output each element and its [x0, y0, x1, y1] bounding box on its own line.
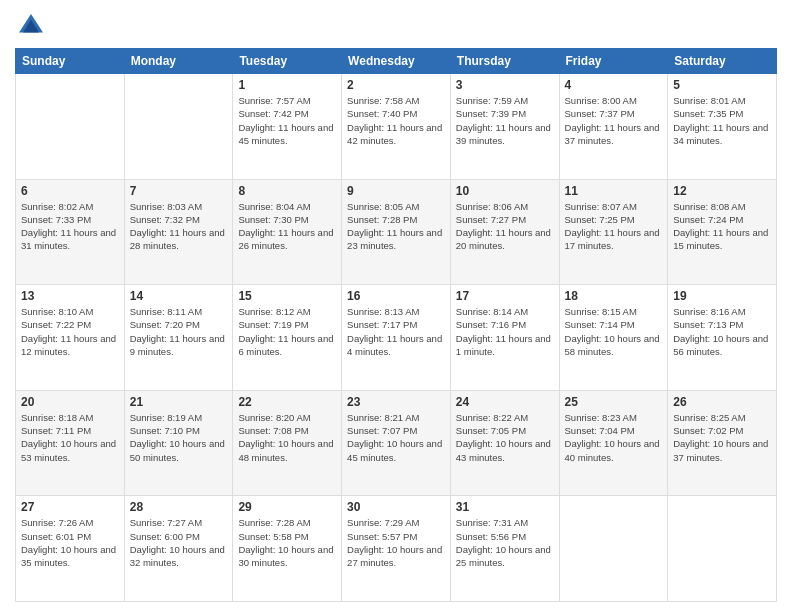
calendar-cell: 24Sunrise: 8:22 AM Sunset: 7:05 PM Dayli… [450, 390, 559, 496]
calendar-cell: 12Sunrise: 8:08 AM Sunset: 7:24 PM Dayli… [668, 179, 777, 285]
day-number: 16 [347, 289, 445, 303]
day-number: 1 [238, 78, 336, 92]
day-number: 10 [456, 184, 554, 198]
calendar-header-row: Sunday Monday Tuesday Wednesday Thursday… [16, 49, 777, 74]
day-number: 14 [130, 289, 228, 303]
day-number: 22 [238, 395, 336, 409]
calendar-cell: 14Sunrise: 8:11 AM Sunset: 7:20 PM Dayli… [124, 285, 233, 391]
calendar-cell: 28Sunrise: 7:27 AM Sunset: 6:00 PM Dayli… [124, 496, 233, 602]
calendar-cell: 11Sunrise: 8:07 AM Sunset: 7:25 PM Dayli… [559, 179, 668, 285]
day-number: 29 [238, 500, 336, 514]
calendar-table: Sunday Monday Tuesday Wednesday Thursday… [15, 48, 777, 602]
day-info: Sunrise: 8:10 AM Sunset: 7:22 PM Dayligh… [21, 305, 119, 358]
col-tuesday: Tuesday [233, 49, 342, 74]
day-info: Sunrise: 7:27 AM Sunset: 6:00 PM Dayligh… [130, 516, 228, 569]
calendar-cell: 13Sunrise: 8:10 AM Sunset: 7:22 PM Dayli… [16, 285, 125, 391]
day-info: Sunrise: 7:26 AM Sunset: 6:01 PM Dayligh… [21, 516, 119, 569]
calendar-cell: 29Sunrise: 7:28 AM Sunset: 5:58 PM Dayli… [233, 496, 342, 602]
calendar-cell: 16Sunrise: 8:13 AM Sunset: 7:17 PM Dayli… [342, 285, 451, 391]
day-info: Sunrise: 7:59 AM Sunset: 7:39 PM Dayligh… [456, 94, 554, 147]
day-number: 26 [673, 395, 771, 409]
day-number: 11 [565, 184, 663, 198]
day-info: Sunrise: 8:18 AM Sunset: 7:11 PM Dayligh… [21, 411, 119, 464]
day-info: Sunrise: 8:16 AM Sunset: 7:13 PM Dayligh… [673, 305, 771, 358]
day-number: 27 [21, 500, 119, 514]
day-number: 5 [673, 78, 771, 92]
day-info: Sunrise: 8:06 AM Sunset: 7:27 PM Dayligh… [456, 200, 554, 253]
calendar-cell [559, 496, 668, 602]
day-info: Sunrise: 7:28 AM Sunset: 5:58 PM Dayligh… [238, 516, 336, 569]
day-info: Sunrise: 8:15 AM Sunset: 7:14 PM Dayligh… [565, 305, 663, 358]
calendar-cell: 21Sunrise: 8:19 AM Sunset: 7:10 PM Dayli… [124, 390, 233, 496]
day-info: Sunrise: 8:07 AM Sunset: 7:25 PM Dayligh… [565, 200, 663, 253]
calendar-week-5: 27Sunrise: 7:26 AM Sunset: 6:01 PM Dayli… [16, 496, 777, 602]
calendar-cell: 9Sunrise: 8:05 AM Sunset: 7:28 PM Daylig… [342, 179, 451, 285]
col-wednesday: Wednesday [342, 49, 451, 74]
calendar-week-4: 20Sunrise: 8:18 AM Sunset: 7:11 PM Dayli… [16, 390, 777, 496]
col-thursday: Thursday [450, 49, 559, 74]
day-info: Sunrise: 8:00 AM Sunset: 7:37 PM Dayligh… [565, 94, 663, 147]
day-info: Sunrise: 7:57 AM Sunset: 7:42 PM Dayligh… [238, 94, 336, 147]
calendar-week-1: 1Sunrise: 7:57 AM Sunset: 7:42 PM Daylig… [16, 74, 777, 180]
calendar-cell: 7Sunrise: 8:03 AM Sunset: 7:32 PM Daylig… [124, 179, 233, 285]
day-number: 13 [21, 289, 119, 303]
day-number: 23 [347, 395, 445, 409]
calendar-cell: 18Sunrise: 8:15 AM Sunset: 7:14 PM Dayli… [559, 285, 668, 391]
logo-icon [15, 10, 47, 42]
day-info: Sunrise: 8:01 AM Sunset: 7:35 PM Dayligh… [673, 94, 771, 147]
day-number: 15 [238, 289, 336, 303]
day-number: 3 [456, 78, 554, 92]
calendar-week-2: 6Sunrise: 8:02 AM Sunset: 7:33 PM Daylig… [16, 179, 777, 285]
day-number: 25 [565, 395, 663, 409]
day-number: 17 [456, 289, 554, 303]
day-number: 18 [565, 289, 663, 303]
calendar-cell [16, 74, 125, 180]
day-info: Sunrise: 8:04 AM Sunset: 7:30 PM Dayligh… [238, 200, 336, 253]
day-number: 28 [130, 500, 228, 514]
day-info: Sunrise: 8:20 AM Sunset: 7:08 PM Dayligh… [238, 411, 336, 464]
day-number: 21 [130, 395, 228, 409]
day-number: 6 [21, 184, 119, 198]
calendar-cell: 23Sunrise: 8:21 AM Sunset: 7:07 PM Dayli… [342, 390, 451, 496]
day-number: 30 [347, 500, 445, 514]
calendar-cell: 19Sunrise: 8:16 AM Sunset: 7:13 PM Dayli… [668, 285, 777, 391]
day-number: 2 [347, 78, 445, 92]
calendar-cell: 3Sunrise: 7:59 AM Sunset: 7:39 PM Daylig… [450, 74, 559, 180]
calendar-cell: 8Sunrise: 8:04 AM Sunset: 7:30 PM Daylig… [233, 179, 342, 285]
calendar-cell: 1Sunrise: 7:57 AM Sunset: 7:42 PM Daylig… [233, 74, 342, 180]
day-info: Sunrise: 8:02 AM Sunset: 7:33 PM Dayligh… [21, 200, 119, 253]
calendar-cell: 17Sunrise: 8:14 AM Sunset: 7:16 PM Dayli… [450, 285, 559, 391]
calendar-cell: 6Sunrise: 8:02 AM Sunset: 7:33 PM Daylig… [16, 179, 125, 285]
calendar-cell: 26Sunrise: 8:25 AM Sunset: 7:02 PM Dayli… [668, 390, 777, 496]
calendar-cell: 5Sunrise: 8:01 AM Sunset: 7:35 PM Daylig… [668, 74, 777, 180]
day-info: Sunrise: 8:13 AM Sunset: 7:17 PM Dayligh… [347, 305, 445, 358]
calendar-cell: 4Sunrise: 8:00 AM Sunset: 7:37 PM Daylig… [559, 74, 668, 180]
logo [15, 10, 51, 42]
day-info: Sunrise: 7:31 AM Sunset: 5:56 PM Dayligh… [456, 516, 554, 569]
calendar-cell: 22Sunrise: 8:20 AM Sunset: 7:08 PM Dayli… [233, 390, 342, 496]
day-info: Sunrise: 7:58 AM Sunset: 7:40 PM Dayligh… [347, 94, 445, 147]
day-info: Sunrise: 8:11 AM Sunset: 7:20 PM Dayligh… [130, 305, 228, 358]
calendar-cell: 31Sunrise: 7:31 AM Sunset: 5:56 PM Dayli… [450, 496, 559, 602]
day-info: Sunrise: 7:29 AM Sunset: 5:57 PM Dayligh… [347, 516, 445, 569]
page: Sunday Monday Tuesday Wednesday Thursday… [0, 0, 792, 612]
day-info: Sunrise: 8:19 AM Sunset: 7:10 PM Dayligh… [130, 411, 228, 464]
day-info: Sunrise: 8:14 AM Sunset: 7:16 PM Dayligh… [456, 305, 554, 358]
day-info: Sunrise: 8:22 AM Sunset: 7:05 PM Dayligh… [456, 411, 554, 464]
day-number: 8 [238, 184, 336, 198]
day-info: Sunrise: 8:08 AM Sunset: 7:24 PM Dayligh… [673, 200, 771, 253]
day-info: Sunrise: 8:23 AM Sunset: 7:04 PM Dayligh… [565, 411, 663, 464]
col-monday: Monday [124, 49, 233, 74]
day-number: 7 [130, 184, 228, 198]
day-number: 19 [673, 289, 771, 303]
calendar-week-3: 13Sunrise: 8:10 AM Sunset: 7:22 PM Dayli… [16, 285, 777, 391]
calendar-cell: 20Sunrise: 8:18 AM Sunset: 7:11 PM Dayli… [16, 390, 125, 496]
calendar-cell: 30Sunrise: 7:29 AM Sunset: 5:57 PM Dayli… [342, 496, 451, 602]
day-number: 31 [456, 500, 554, 514]
calendar-cell: 2Sunrise: 7:58 AM Sunset: 7:40 PM Daylig… [342, 74, 451, 180]
calendar-cell: 10Sunrise: 8:06 AM Sunset: 7:27 PM Dayli… [450, 179, 559, 285]
day-info: Sunrise: 8:12 AM Sunset: 7:19 PM Dayligh… [238, 305, 336, 358]
day-number: 9 [347, 184, 445, 198]
calendar-cell: 25Sunrise: 8:23 AM Sunset: 7:04 PM Dayli… [559, 390, 668, 496]
day-number: 20 [21, 395, 119, 409]
